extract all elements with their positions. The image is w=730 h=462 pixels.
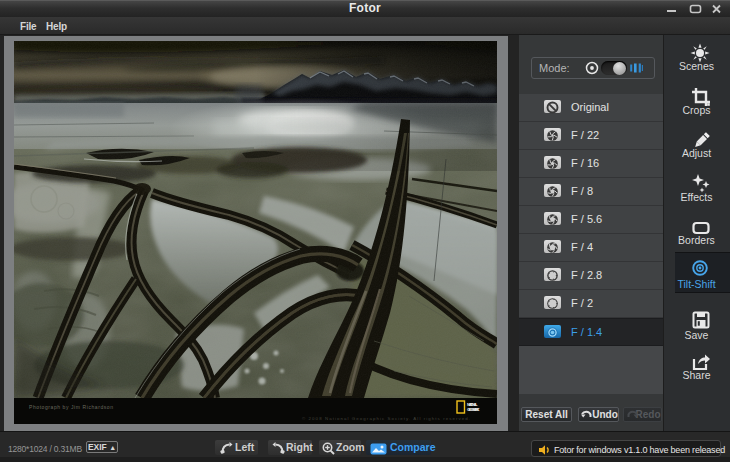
svg-text:Photograph by Jim Richardson: Photograph by Jim Richardson <box>29 404 113 410</box>
svg-text:© 2008 National Geographic Soc: © 2008 National Geographic Society. All … <box>302 416 470 421</box>
svg-text:GEOGRAPHIC: GEOGRAPHIC <box>467 407 480 412</box>
